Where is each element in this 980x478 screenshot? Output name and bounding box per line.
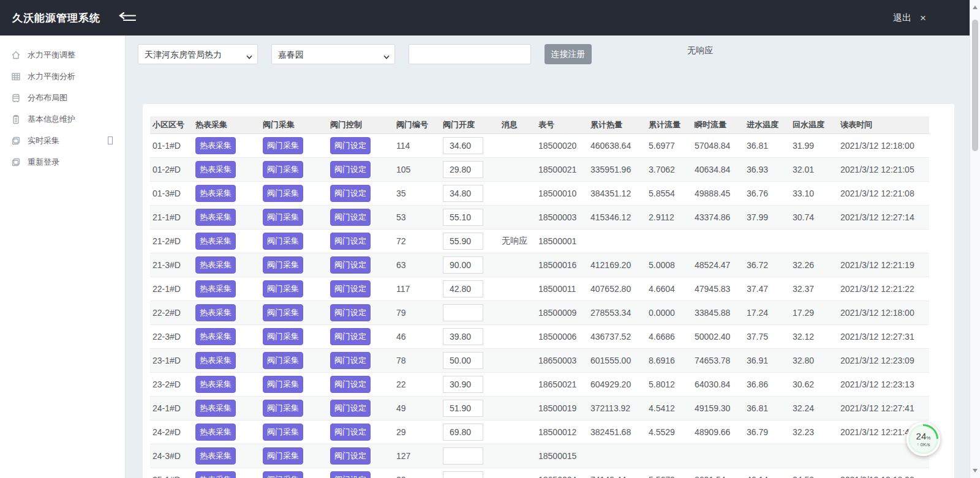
valve-collect-button[interactable]: 阀门采集 <box>263 447 303 465</box>
community-select[interactable]: 嘉春园 <box>271 44 395 64</box>
valve-opening-input[interactable] <box>443 400 483 417</box>
valve-set-button[interactable]: 阀门设定 <box>330 185 371 202</box>
total-heat-cell <box>588 444 646 468</box>
valve-collect-button[interactable]: 阀门采集 <box>263 471 303 478</box>
valve-opening-input[interactable] <box>443 447 483 465</box>
valve-collect-button[interactable]: 阀门采集 <box>263 304 303 321</box>
instant-flow-cell: 43374.86 <box>692 205 744 229</box>
valve-opening-input[interactable] <box>443 424 483 441</box>
sidebar-item-distribution-layout[interactable]: 分布布局图 <box>0 87 125 108</box>
valve-opening-input[interactable] <box>443 328 483 345</box>
station-select[interactable]: 天津河东房管局热力 <box>138 44 258 64</box>
valve-set-button[interactable]: 阀门设定 <box>330 447 371 465</box>
valve-collect-button[interactable]: 阀门采集 <box>263 256 303 274</box>
heat-collect-button[interactable]: 热表采集 <box>195 352 236 369</box>
heat-collect-cell: 热表采集 <box>193 444 260 468</box>
valve-set-button[interactable]: 阀门设定 <box>330 209 371 226</box>
valve-opening-input[interactable] <box>443 209 483 226</box>
sidebar-item-label: 水力平衡分析 <box>28 71 75 82</box>
valve-set-button[interactable]: 阀门设定 <box>330 256 371 274</box>
valve-set-cell: 阀门设定 <box>328 348 394 372</box>
valve-collect-button[interactable]: 阀门采集 <box>263 352 303 369</box>
valve-collect-button[interactable]: 阀门采集 <box>263 233 303 250</box>
heat-collect-button[interactable]: 热表采集 <box>195 400 236 417</box>
heat-collect-cell: 热表采集 <box>193 420 260 444</box>
valve-opening-input[interactable] <box>443 376 483 393</box>
heat-collect-button[interactable]: 热表采集 <box>195 424 236 441</box>
scrollbar-thumb[interactable] <box>972 20 978 151</box>
total-heat-cell: 382451.68 <box>588 420 646 444</box>
valve-set-button[interactable]: 阀门设定 <box>330 424 371 441</box>
sidebar-item-hydraulic-analysis[interactable]: 水力平衡分析 <box>0 65 125 87</box>
heat-collect-cell: 热表采集 <box>193 396 260 420</box>
sidebar-item-label: 分布布局图 <box>28 92 67 103</box>
sidebar-collapse-icon[interactable] <box>115 12 138 23</box>
valve-collect-button[interactable]: 阀门采集 <box>263 161 303 178</box>
speed-rate: ↑ 0K/s <box>916 442 930 447</box>
valve-collect-button[interactable]: 阀门采集 <box>263 424 303 441</box>
out-temp-cell <box>790 229 838 253</box>
valve-set-button[interactable]: 阀门设定 <box>330 161 371 178</box>
valve-set-button[interactable]: 阀门设定 <box>330 233 371 250</box>
valve-opening-input[interactable] <box>443 256 483 274</box>
download-speed-widget[interactable]: 24% ↑ 0K/s <box>907 422 940 456</box>
valve-opening-input[interactable] <box>443 352 483 369</box>
heat-collect-button[interactable]: 热表采集 <box>195 256 236 274</box>
valve-no-cell: 20 <box>394 468 440 478</box>
heat-collect-button[interactable]: 热表采集 <box>195 137 236 154</box>
total-flow-cell: 2.9112 <box>646 205 692 229</box>
valve-collect-button[interactable]: 阀门采集 <box>263 209 303 226</box>
valve-set-button[interactable]: 阀门设定 <box>330 137 371 154</box>
valve-set-button[interactable]: 阀门设定 <box>330 400 371 417</box>
scroll-up-arrow[interactable] <box>973 6 978 9</box>
sidebar-item-basic-info[interactable]: 基本信息维护 <box>0 108 125 130</box>
heat-collect-cell: 热表采集 <box>193 181 260 205</box>
valve-set-button[interactable]: 阀门设定 <box>330 352 371 369</box>
valve-collect-button[interactable]: 阀门采集 <box>263 376 303 393</box>
meter-no-cell: 18500009 <box>536 301 588 324</box>
scroll-down-arrow[interactable] <box>973 469 978 472</box>
heat-collect-button[interactable]: 热表采集 <box>195 209 236 226</box>
in-temp-cell: 36.93 <box>744 157 790 181</box>
valve-set-button[interactable]: 阀门设定 <box>330 471 371 478</box>
valve-collect-button[interactable]: 阀门采集 <box>263 137 303 154</box>
valve-opening-input[interactable] <box>443 185 483 202</box>
heat-collect-button[interactable]: 热表采集 <box>195 328 236 345</box>
valve-collect-button[interactable]: 阀门采集 <box>263 400 303 417</box>
valve-opening-input[interactable] <box>443 161 483 178</box>
heat-collect-button[interactable]: 热表采集 <box>195 185 236 202</box>
valve-opening-input[interactable] <box>443 280 483 297</box>
out-temp-cell: 32.23 <box>790 420 838 444</box>
heat-collect-button[interactable]: 热表采集 <box>195 471 236 478</box>
connect-register-button[interactable]: 连接注册 <box>545 44 592 64</box>
valve-collect-button[interactable]: 阀门采集 <box>263 280 303 297</box>
register-input[interactable] <box>409 44 531 64</box>
total-flow-cell: 4.5529 <box>646 420 692 444</box>
valve-opening-input[interactable] <box>443 137 483 154</box>
valve-collect-button[interactable]: 阀门采集 <box>263 185 303 202</box>
heat-collect-button[interactable]: 热表采集 <box>195 447 236 465</box>
valve-opening-input[interactable] <box>443 233 483 250</box>
sidebar-item-hydraulic-adjust[interactable]: 水力平衡调整 <box>0 44 125 65</box>
sidebar-item-relogin[interactable]: 重新登录 <box>0 151 125 173</box>
heat-collect-button[interactable]: 热表采集 <box>195 233 236 250</box>
valve-set-button[interactable]: 阀门设定 <box>330 328 371 345</box>
valve-opening-input[interactable] <box>443 304 483 321</box>
valve-set-cell: 阀门设定 <box>328 181 394 205</box>
message-cell <box>499 181 536 205</box>
read-time-cell <box>838 229 929 253</box>
heat-collect-button[interactable]: 热表采集 <box>195 280 236 297</box>
valve-collect-button[interactable]: 阀门采集 <box>263 328 303 345</box>
zone-cell: 22-2#D <box>150 301 193 324</box>
heat-collect-button[interactable]: 热表采集 <box>195 376 236 393</box>
valve-set-button[interactable]: 阀门设定 <box>330 376 371 393</box>
valve-set-button[interactable]: 阀门设定 <box>330 280 371 297</box>
sidebar-item-realtime-collect[interactable]: 实时采集 <box>0 130 125 151</box>
heat-collect-button[interactable]: 热表采集 <box>195 161 236 178</box>
valve-opening-input[interactable] <box>443 471 483 478</box>
logout-button[interactable]: 退出 <box>893 12 911 24</box>
close-icon[interactable]: × <box>920 13 926 23</box>
heat-collect-button[interactable]: 热表采集 <box>195 304 236 321</box>
meter-no-cell: 18500020 <box>536 133 588 157</box>
valve-set-button[interactable]: 阀门设定 <box>330 304 371 321</box>
